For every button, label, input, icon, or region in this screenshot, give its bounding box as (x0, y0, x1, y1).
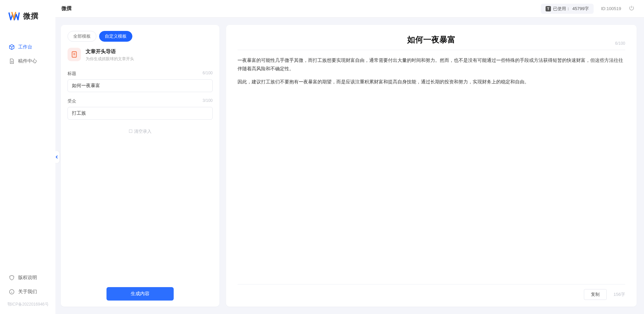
result-title-counter: 6/100 (615, 41, 625, 46)
text-icon: T (546, 6, 551, 11)
shield-icon (9, 275, 15, 281)
result-title: 如何一夜暴富 (238, 34, 625, 45)
template-tabs: 全部模板 自定义模板 (68, 31, 213, 42)
nav-workspace-label: 工作台 (18, 44, 32, 50)
brand-name: 微撰 (23, 11, 39, 21)
cube-icon (9, 44, 15, 50)
usage-badge[interactable]: T 已使用： 45799字 (541, 4, 594, 14)
field-audience-label: 受众 (68, 98, 76, 104)
sidebar: 微撰 工作台 稿件中心 版权说明 (0, 0, 55, 314)
field-title: 标题 6/100 (68, 71, 213, 92)
result-panel: 如何一夜暴富 6/100 一夜暴富的可能性几乎微乎其微，而打工族想要实现财富自由… (226, 25, 637, 307)
power-button[interactable] (629, 5, 635, 12)
field-audience: 受众 3/100 (68, 98, 213, 120)
field-audience-counter: 3/100 (203, 98, 213, 104)
template-icon (68, 48, 81, 61)
main-area: 微撰 T 已使用： 45799字 ID:100519 全部模板 (55, 0, 644, 314)
field-title-label: 标题 (68, 71, 76, 77)
topbar: 微撰 T 已使用： 45799字 ID:100519 (55, 0, 644, 17)
nav-copyright[interactable]: 版权说明 (6, 271, 49, 284)
nav-workspace[interactable]: 工作台 (6, 41, 49, 53)
title-input[interactable] (68, 79, 213, 92)
topbar-title: 微撰 (61, 5, 72, 12)
document-icon (9, 58, 15, 64)
generate-button[interactable]: 生成内容 (106, 287, 174, 301)
audience-input[interactable] (68, 107, 213, 120)
template-title: 文章开头导语 (86, 48, 134, 55)
brand-logo: 微撰 (6, 10, 49, 22)
field-title-counter: 6/100 (203, 71, 213, 77)
sidebar-collapse-handle[interactable] (54, 151, 59, 163)
nav-drafts[interactable]: 稿件中心 (6, 55, 49, 68)
chevron-left-icon (55, 155, 58, 159)
info-icon (9, 289, 15, 295)
form-panel: 全部模板 自定义模板 文章开头导语 为你生成抓眼球的文章开头 标题 6/ (61, 25, 219, 307)
usage-label: 已使用： (553, 6, 570, 12)
clear-input-link[interactable]: ☐ 清空录入 (68, 128, 213, 134)
user-id: ID:100519 (601, 6, 621, 11)
tab-custom-templates[interactable]: 自定义模板 (99, 31, 132, 42)
tab-all-templates[interactable]: 全部模板 (68, 31, 96, 42)
word-count: 156字 (613, 291, 625, 298)
nav-copyright-label: 版权说明 (18, 275, 37, 281)
nav-about-label: 关于我们 (18, 289, 37, 295)
nav-drafts-label: 稿件中心 (18, 58, 37, 64)
logo-icon (8, 10, 20, 22)
template-desc: 为你生成抓眼球的文章开头 (86, 56, 134, 62)
result-paragraph: 一夜暴富的可能性几乎微乎其微，而打工族想要实现财富自由，通常需要付出大量的时间和… (238, 56, 625, 73)
icp-text: 鄂ICP备2022016946号 (6, 302, 49, 307)
file-lines-icon (71, 51, 78, 58)
result-footer: 复制 156字 (238, 284, 625, 300)
result-body: 一夜暴富的可能性几乎微乎其微，而打工族想要实现财富自由，通常需要付出大量的时间和… (238, 56, 625, 91)
sidebar-nav: 工作台 稿件中心 (6, 41, 49, 68)
usage-value: 45799字 (572, 6, 589, 12)
power-icon (629, 5, 635, 11)
template-header: 文章开头导语 为你生成抓眼球的文章开头 (68, 48, 213, 62)
result-paragraph: 因此，建议打工族们不要抱有一夜暴富的期望，而是应该注重积累财富和提高自身技能，通… (238, 78, 625, 86)
copy-button[interactable]: 复制 (584, 289, 607, 300)
nav-about[interactable]: 关于我们 (6, 285, 49, 298)
